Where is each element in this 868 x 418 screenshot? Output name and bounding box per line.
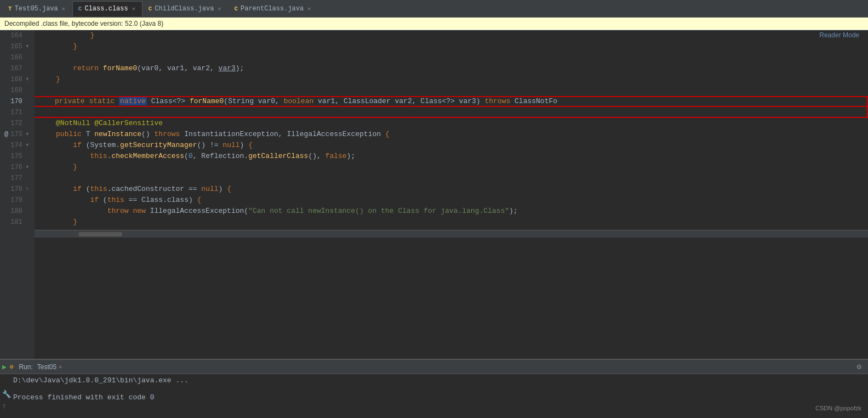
fold-icon-181[interactable] [25,219,30,225]
gutter-164: 164 [4,30,30,41]
code-line-167: return forName0(var0, var1, var2, var3); [35,63,868,74]
code-line-164: } [35,30,868,41]
gutter-179: 179 [4,195,30,206]
code-area[interactable]: } } return forName0(var0, var1, var2, va… [35,30,868,359]
class-icon: C [78,5,82,12]
gutter-175: 175 [4,151,30,162]
gutter-170: 170 [4,96,30,107]
play-icon[interactable]: ▶ [2,363,7,371]
run-blank-line [13,385,864,393]
wrench-icon[interactable]: 🔧 [2,390,11,399]
fold-icon-177[interactable] [25,176,30,181]
tab-test05[interactable]: T Test05.java ✕ [2,1,72,16]
fold-icon-166[interactable] [25,55,30,60]
gutter-174: 174 ▼ [4,140,30,151]
run-path-line: D:\dev\Java\jdk1.8.0_291\bin\java.exe ..… [13,376,864,385]
fold-icon-174[interactable]: ▼ [25,143,30,148]
run-tab-bar: ▶ ⚙ Run: Test05 ✕ ⚙ [0,360,868,374]
fold-icon-173[interactable]: ▼ [25,132,30,137]
tab-childclass-label: ChildClass.java [155,5,214,13]
tab-childclass[interactable]: C ChildClass.java ✕ [142,1,229,16]
gutter-177: 177 [4,173,30,184]
fold-icon-168[interactable]: ▼ [25,77,30,82]
process-text: Process finished with exit code 0 [13,393,154,402]
run-label: Run: [19,363,32,371]
fold-icon-169[interactable] [25,88,30,93]
run-side-icons: 🔧 ↑ [2,390,11,410]
code-line-168: } [35,74,868,85]
java-icon: T [8,5,12,12]
gutter-181: 181 [4,217,30,228]
gutter-166: 166 [4,52,30,63]
code-line-177 [35,173,868,184]
fold-icon-172[interactable] [25,121,30,126]
fold-icon-170[interactable] [25,99,30,104]
fold-icon-167[interactable] [25,66,30,71]
run-process-line: Process finished with exit code 0 [13,393,864,402]
fold-icon-171[interactable] [25,110,30,115]
tab-classclass-label: Class.class [84,5,128,13]
tab-test05-label: Test05.java [15,5,58,13]
up-icon[interactable]: ↑ [2,402,11,410]
code-line-165: } [35,41,868,52]
code-line-175: this.checkMemberAccess(0, Reflection.get… [35,151,868,162]
debug-icon[interactable]: ⚙ [10,363,14,370]
code-line-170: private static native Class<?> forName0(… [35,96,868,107]
code-line-171 [35,107,868,118]
bottom-panel: ▶ ⚙ Run: Test05 ✕ ⚙ D:\dev\Java\jdk1.8.0… [0,359,868,418]
gutter-169: 169 [4,85,30,96]
fold-icon-175[interactable] [25,154,30,159]
gutter-167: 167 [4,63,30,74]
code-line-180: throw new IllegalAccessException("Can no… [35,206,868,217]
tab-childclass-close[interactable]: ✕ [216,5,222,12]
scrollbar-thumb[interactable] [78,232,122,236]
gutter-172: 172 [4,118,30,129]
code-line-173: public T newInstance() throws Instantiat… [35,129,868,140]
run-path-text: D:\dev\Java\jdk1.8.0_291\bin\java.exe ..… [13,376,189,385]
code-line-178: if (this.cachedConstructor == null) { [35,184,868,195]
csdn-watermark: CSDN @popofzk [815,405,861,411]
fold-icon-165[interactable]: ▼ [25,44,30,49]
fold-icon-180[interactable] [25,208,30,214]
gutter-171: 171 [4,107,30,118]
code-line-181: } [35,217,868,228]
fold-icon-179[interactable] [25,197,30,203]
code-line-169 [35,85,868,96]
gutter-178: 178 ▽ [4,184,30,195]
code-line-176: } [35,162,868,173]
bottom-panel-wrapper: ▶ ⚙ Run: Test05 ✕ ⚙ D:\dev\Java\jdk1.8.0… [0,359,868,418]
line-numbers-gutter: 164 165 ▼ 166 167 168 ▼ 169 170 [0,30,35,359]
code-line-179: if (this == Class.class) { [35,195,868,206]
run-content: D:\dev\Java\jdk1.8.0_291\bin\java.exe ..… [0,374,868,418]
gutter-173: @ 173 ▼ [4,129,30,140]
gutter-176: 176 ▼ [4,162,30,173]
run-tab-close[interactable]: ✕ [59,364,62,370]
code-line-166 [35,52,868,63]
tab-classclass[interactable]: C Class.class ✕ [72,1,142,16]
settings-icon[interactable]: ⚙ [857,362,861,371]
info-text: Decompiled .class file, bytecode version… [4,20,163,27]
code-line-174: if (System.getSecurityManager() != null)… [35,140,868,151]
tab-parentclass[interactable]: C ParentClass.java ✕ [228,1,318,16]
run-tab-label[interactable]: Test05 [37,363,56,371]
info-bar: Decompiled .class file, bytecode version… [0,18,868,30]
code-line-172: @NotNull @CallerSensitive [35,118,868,129]
tab-parentclass-label: ParentClass.java [241,5,304,13]
tab-bar: T Test05.java ✕ C Class.class ✕ C ChildC… [0,0,868,18]
java-icon-parent: C [234,5,238,12]
tab-parentclass-close[interactable]: ✕ [306,5,312,12]
java-icon-child: C [149,5,152,12]
fold-icon-176[interactable]: ▼ [25,165,30,170]
horizontal-scrollbar[interactable] [35,230,868,238]
tab-test05-close[interactable]: ✕ [61,5,66,12]
fold-icon-178[interactable]: ▽ [25,187,30,192]
gutter-168: 168 ▼ [4,74,30,85]
tab-classclass-close[interactable]: ✕ [131,5,136,12]
gutter-165: 165 ▼ [4,41,30,52]
fold-icon-164[interactable] [25,33,30,38]
editor-container: Reader Mode 164 165 ▼ 166 167 168 ▼ 169 [0,30,868,359]
gutter-180: 180 [4,206,30,217]
